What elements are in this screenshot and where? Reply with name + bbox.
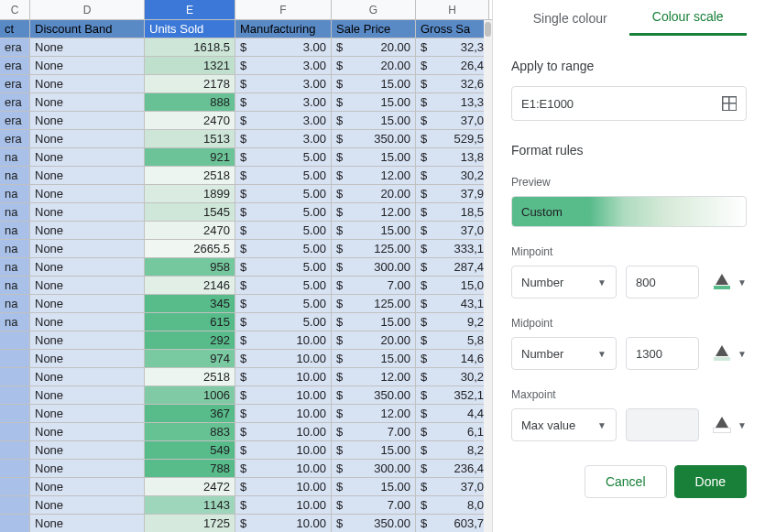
cell[interactable]: None: [30, 240, 145, 257]
cell[interactable]: [0, 423, 30, 440]
cell[interactable]: $43,1: [416, 295, 489, 312]
cell[interactable]: $5,8: [416, 331, 489, 349]
cell[interactable]: $30,2: [416, 167, 489, 184]
cell[interactable]: $20.00: [332, 38, 416, 56]
cell[interactable]: None: [30, 478, 145, 495]
cell[interactable]: None: [30, 57, 145, 74]
cell[interactable]: None: [30, 441, 145, 459]
cell[interactable]: na: [0, 203, 30, 221]
cell[interactable]: None: [30, 203, 145, 221]
cell[interactable]: na: [0, 185, 30, 202]
cell[interactable]: $12.00: [332, 203, 416, 221]
cell[interactable]: $7.00: [332, 496, 416, 514]
cell[interactable]: $603,7: [416, 515, 489, 532]
cell[interactable]: None: [30, 222, 145, 239]
cell[interactable]: $15.00: [332, 112, 416, 129]
cell[interactable]: na: [0, 277, 30, 294]
preview-gradient[interactable]: Custom: [511, 196, 747, 227]
cell[interactable]: [0, 386, 30, 404]
column-letter-G[interactable]: G: [332, 0, 416, 19]
cell[interactable]: $3.00: [235, 57, 332, 74]
cell[interactable]: None: [30, 405, 145, 422]
cell[interactable]: $10.00: [235, 441, 332, 459]
cell[interactable]: [0, 331, 30, 349]
cell[interactable]: [0, 515, 30, 532]
header-cell[interactable]: Manufacturing: [235, 20, 332, 38]
cell[interactable]: era: [0, 130, 30, 147]
cell[interactable]: $15.00: [332, 350, 416, 367]
done-button[interactable]: Done: [674, 465, 747, 498]
cell[interactable]: None: [30, 93, 145, 111]
cell[interactable]: $352,1: [416, 386, 489, 404]
cell[interactable]: 1899: [145, 185, 235, 202]
cell[interactable]: 2470: [145, 112, 235, 129]
cell[interactable]: $287,4: [416, 258, 489, 276]
cell[interactable]: 1006: [145, 386, 235, 404]
cell[interactable]: 2472: [145, 478, 235, 495]
cell[interactable]: None: [30, 75, 145, 92]
cell[interactable]: $12.00: [332, 167, 416, 184]
header-cell[interactable]: Units Sold: [145, 20, 235, 38]
cell[interactable]: $125.00: [332, 240, 416, 257]
cell[interactable]: $3.00: [235, 38, 332, 56]
cell[interactable]: na: [0, 258, 30, 276]
cell[interactable]: 367: [145, 405, 235, 422]
cell[interactable]: $15.00: [332, 222, 416, 239]
cell[interactable]: $350.00: [332, 386, 416, 404]
cell[interactable]: $10.00: [235, 331, 332, 349]
cell[interactable]: $10.00: [235, 386, 332, 404]
cell[interactable]: $15.00: [332, 313, 416, 331]
cell[interactable]: 2470: [145, 222, 235, 239]
cell[interactable]: 958: [145, 258, 235, 276]
cell[interactable]: $300.00: [332, 258, 416, 276]
cell[interactable]: 888: [145, 93, 235, 111]
cell[interactable]: None: [30, 368, 145, 385]
cell[interactable]: na: [0, 240, 30, 257]
cell[interactable]: era: [0, 112, 30, 129]
header-cell[interactable]: Sale Price: [332, 20, 416, 38]
cell[interactable]: $5.00: [235, 277, 332, 294]
cell[interactable]: 2665.5: [145, 240, 235, 257]
cell[interactable]: $10.00: [235, 423, 332, 440]
cell[interactable]: era: [0, 75, 30, 92]
cell[interactable]: None: [30, 185, 145, 202]
tab-single-colour[interactable]: Single colour: [511, 0, 629, 36]
header-cell[interactable]: Discount Band: [30, 20, 145, 38]
cell[interactable]: na: [0, 313, 30, 331]
cell[interactable]: 788: [145, 460, 235, 477]
cell[interactable]: $10.00: [235, 350, 332, 367]
cell[interactable]: $5.00: [235, 258, 332, 276]
cell[interactable]: None: [30, 167, 145, 184]
cell[interactable]: $236,4: [416, 460, 489, 477]
cell[interactable]: $37,0: [416, 478, 489, 495]
cell[interactable]: $7.00: [332, 277, 416, 294]
cell[interactable]: $529,5: [416, 130, 489, 147]
column-letter-F[interactable]: F: [235, 0, 332, 19]
cell[interactable]: 345: [145, 295, 235, 312]
cell[interactable]: None: [30, 295, 145, 312]
midpoint-type-select[interactable]: Number ▼: [511, 337, 617, 370]
midpoint-value-input[interactable]: 1300: [626, 337, 699, 370]
midpoint-fill-picker[interactable]: ▼: [712, 345, 747, 362]
minpoint-value-input[interactable]: 800: [626, 266, 699, 299]
cell[interactable]: 1618.5: [145, 38, 235, 56]
cell[interactable]: $37,0: [416, 112, 489, 129]
cell[interactable]: $6,1: [416, 423, 489, 440]
cell[interactable]: [0, 441, 30, 459]
cell[interactable]: $15.00: [332, 75, 416, 92]
cell[interactable]: $13,3: [416, 93, 489, 111]
cell[interactable]: era: [0, 38, 30, 56]
cell[interactable]: $8,2: [416, 441, 489, 459]
cell[interactable]: $10.00: [235, 368, 332, 385]
cell[interactable]: $10.00: [235, 515, 332, 532]
cell[interactable]: $300.00: [332, 460, 416, 477]
cell[interactable]: None: [30, 350, 145, 367]
cell[interactable]: None: [30, 496, 145, 514]
cell[interactable]: None: [30, 515, 145, 532]
header-cell[interactable]: ct: [0, 20, 30, 38]
cell[interactable]: na: [0, 148, 30, 166]
cell[interactable]: $32,6: [416, 75, 489, 92]
scrollbar-thumb[interactable]: [485, 22, 491, 37]
cell[interactable]: era: [0, 57, 30, 74]
cell[interactable]: [0, 405, 30, 422]
